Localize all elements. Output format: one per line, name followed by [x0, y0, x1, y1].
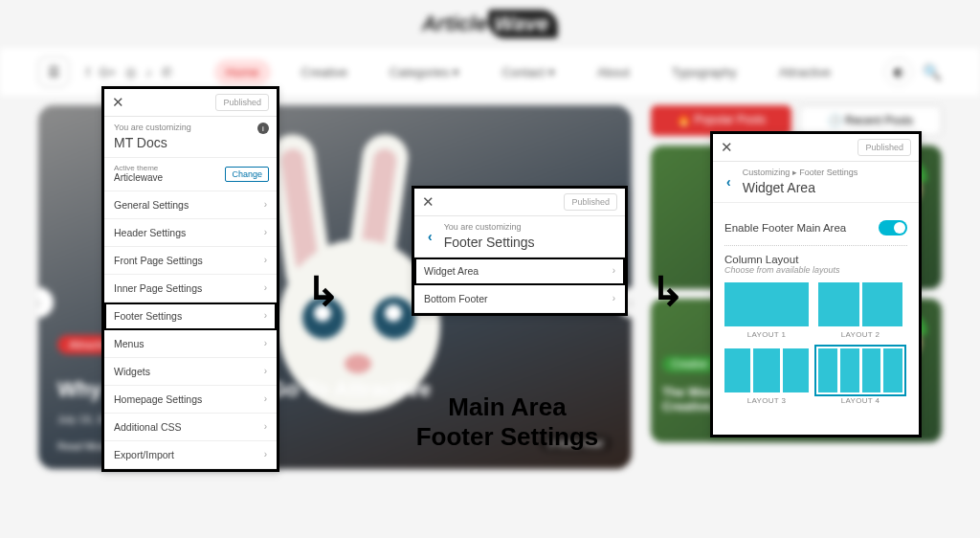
panel-title: Widget Area [743, 179, 858, 196]
publish-button[interactable]: Published [858, 139, 911, 156]
footer-item[interactable]: Bottom Footer› [414, 285, 625, 313]
layout-option[interactable]: LAYOUT 4 [818, 348, 902, 405]
back-button[interactable]: ‹ [424, 229, 436, 244]
active-theme-row: Active theme Articlewave Change [104, 158, 277, 191]
customizer-panel-widget-area: ✕ Published ‹ Customizing ▸ Footer Setti… [710, 131, 922, 437]
settings-item[interactable]: Homepage Settings› [104, 386, 277, 414]
info-icon[interactable]: i [257, 123, 269, 134]
panel-title: Footer Settings [444, 234, 535, 251]
settings-item[interactable]: Menus› [104, 330, 277, 358]
settings-item[interactable]: Front Page Settings› [104, 247, 277, 275]
enable-footer-toggle[interactable] [879, 220, 907, 235]
customizer-panel-footer: ✕ Published ‹ You are customizing Footer… [412, 186, 628, 316]
customizing-label: You are customizing [114, 123, 191, 134]
diagram-title: Main Area Footer Settings [364, 392, 651, 452]
settings-item[interactable]: General Settings› [104, 191, 277, 219]
settings-item[interactable]: Widgets› [104, 358, 277, 386]
customizing-label: You are customizing [444, 222, 535, 234]
layout-options: LAYOUT 1LAYOUT 2LAYOUT 3LAYOUT 4 [724, 282, 907, 405]
doc-title: MT Docs [114, 134, 191, 151]
enable-footer-toggle-row: Enable Footer Main Area [724, 211, 907, 246]
change-theme-button[interactable]: Change [225, 167, 269, 182]
back-button[interactable]: ‹ [723, 174, 735, 190]
column-layout-label: Column Layout [724, 254, 907, 265]
arrow-icon: ↳ [651, 268, 684, 315]
breadcrumb: Customizing ▸ Footer Settings [743, 168, 858, 179]
close-icon[interactable]: ✕ [721, 139, 733, 156]
settings-item[interactable]: Additional CSS› [104, 414, 277, 441]
settings-item[interactable]: Header Settings› [104, 219, 277, 247]
close-icon[interactable]: ✕ [112, 94, 124, 111]
toggle-label: Enable Footer Main Area [724, 222, 846, 234]
settings-menu: General Settings›Header Settings›Front P… [104, 191, 277, 469]
layout-option[interactable]: LAYOUT 1 [724, 282, 809, 339]
footer-item[interactable]: Widget Area› [414, 258, 625, 285]
column-layout-sub: Choose from available layouts [724, 265, 907, 275]
close-icon[interactable]: ✕ [422, 193, 434, 211]
layout-option[interactable]: LAYOUT 2 [818, 282, 902, 339]
settings-item[interactable]: Export/Import› [104, 441, 277, 469]
publish-button[interactable]: Published [564, 193, 617, 211]
layout-option[interactable]: LAYOUT 3 [724, 348, 809, 405]
footer-submenu: Widget Area›Bottom Footer› [414, 258, 625, 313]
customizer-panel-root: ✕ Published You are customizing MT Docs … [101, 86, 279, 472]
settings-item[interactable]: Inner Page Settings› [104, 275, 277, 303]
settings-item[interactable]: Footer Settings› [104, 303, 277, 330]
arrow-icon: ↳ [306, 268, 340, 315]
publish-button[interactable]: Published [215, 94, 269, 111]
